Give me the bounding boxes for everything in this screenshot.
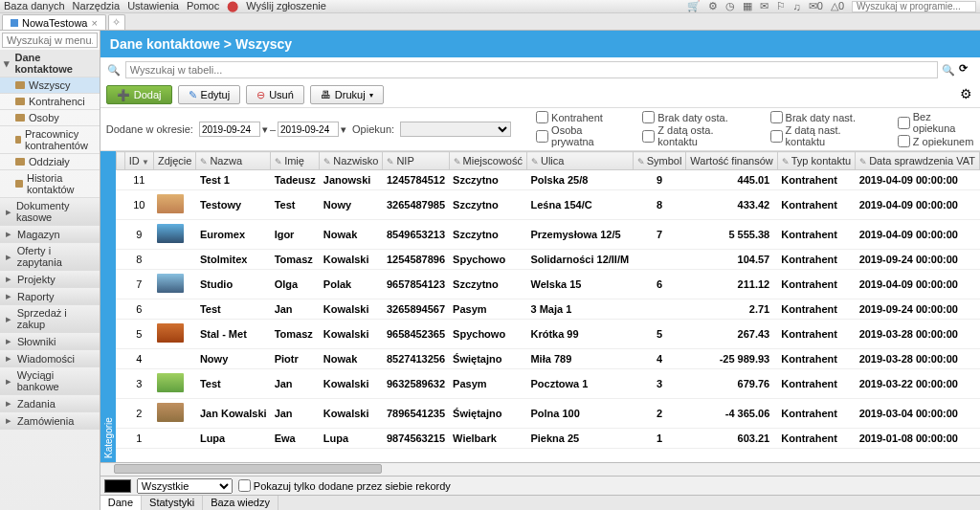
- filter-check-z-dat-osta-kontaktu[interactable]: Z datą osta. kontaktu: [642, 124, 752, 147]
- col-miejscowość[interactable]: ✎Miejscowość: [449, 152, 526, 170]
- col-data-sprawdzenia-vat[interactable]: ✎Data sprawdzenia VAT: [856, 152, 980, 170]
- table-row[interactable]: 11Test 1TadeuszJanowski1245784512Szczytn…: [116, 170, 979, 190]
- table-row[interactable]: 5Stal - MetTomaszKowalski9658452365Spych…: [116, 320, 979, 349]
- menu-baza[interactable]: Baza danych: [4, 0, 65, 12]
- flag-icon[interactable]: ⚐: [776, 0, 786, 12]
- gear-icon[interactable]: ⚙: [957, 85, 974, 102]
- col-blank[interactable]: [116, 152, 124, 170]
- menu-search-input[interactable]: [2, 33, 98, 48]
- plus-icon: ➕: [117, 89, 130, 101]
- table-row[interactable]: 9EuromexIgorNowak8549653213SzczytnoPrzem…: [116, 220, 979, 250]
- table-search-input[interactable]: [125, 61, 938, 78]
- sidebar-item-wszyscy[interactable]: Wszyscy: [0, 78, 100, 94]
- sidebar-item-historia-kontaktów[interactable]: Historia kontaktów: [0, 170, 100, 198]
- date-to-input[interactable]: [278, 122, 339, 137]
- table-row[interactable]: 3TestJanKowalski9632589632PasymPocztowa …: [116, 369, 979, 399]
- tab-statystyki[interactable]: Statystyki: [142, 496, 203, 510]
- filter-check-bez-opiekuna[interactable]: Bez opiekuna: [898, 111, 974, 134]
- sidebar-section-słowniki[interactable]: ▸Słowniki: [0, 333, 100, 350]
- sidebar-item-pracownicy-kontrahentów[interactable]: Pracownicy kontrahentów: [0, 126, 100, 154]
- inbox-badge[interactable]: ✉0: [809, 0, 823, 12]
- sidebar-section-sprzedaż-i-zakup[interactable]: ▸Sprzedaż i zakup: [0, 305, 100, 333]
- col-symbol[interactable]: ✎Symbol: [633, 152, 686, 170]
- table-row[interactable]: 8StolmitexTomaszKowalski1254587896Spycho…: [116, 250, 979, 270]
- table-row[interactable]: 4NowyPiotrNowak8527413256ŚwiętajnoMiła 7…: [116, 349, 979, 369]
- cart-icon[interactable]: 🛒: [687, 0, 701, 12]
- sidebar-item-kontrahenci[interactable]: Kontrahenci: [0, 94, 100, 110]
- filter-check-osoba-prywatna[interactable]: Osoba prywatna: [536, 124, 625, 147]
- table-row[interactable]: 2Jan KowalskiJanKowalski7896541235Święta…: [116, 399, 979, 429]
- print-button[interactable]: 🖶 Drukuj ▾: [310, 85, 384, 104]
- sidebar-item-oddziały[interactable]: Oddziały: [0, 154, 100, 170]
- close-icon[interactable]: ×: [91, 17, 97, 29]
- color-chip[interactable]: [104, 479, 131, 493]
- search-icon: 🔍: [106, 62, 122, 78]
- sidebar-section-wyciągi-bankowe[interactable]: ▸Wyciągi bankowe: [0, 367, 100, 395]
- sidebar-section-zamówienia[interactable]: ▸Zamówienia: [0, 412, 100, 430]
- filter-combo[interactable]: Wszystkie: [137, 478, 233, 494]
- col-wartość-finansów[interactable]: Wartość finansów: [686, 152, 777, 170]
- table-row[interactable]: 7StudioOlgaPolak9657854123SzczytnoWelska…: [116, 270, 979, 299]
- search-go-icon[interactable]: 🔍: [942, 64, 955, 77]
- horizontal-scrollbar[interactable]: [100, 462, 980, 476]
- sidebar-item-osoby[interactable]: Osoby: [0, 110, 100, 126]
- filter-check-brak-daty-osta-[interactable]: Brak daty osta.: [642, 111, 752, 123]
- table-row[interactable]: 6TestJanKowalski3265894567Pasym3 Maja 12…: [116, 299, 979, 320]
- sidebar-section-oferty-i-zapytania[interactable]: ▸Oferty i zapytania: [0, 243, 100, 271]
- delete-button[interactable]: ⊖ Usuń: [246, 85, 304, 104]
- kategorie-tab[interactable]: Kategorie: [100, 151, 116, 462]
- sidebar-section-zadania[interactable]: ▸Zadania: [0, 395, 100, 412]
- tab-baza-wiedzy[interactable]: Baza wiedzy: [203, 496, 278, 510]
- mail-icon[interactable]: ✉: [760, 0, 768, 12]
- chevron-down-icon: ▾: [369, 91, 373, 100]
- date-from-input[interactable]: [199, 122, 260, 137]
- col-zdjęcie[interactable]: Zdjęcie: [153, 152, 195, 170]
- edit-button[interactable]: ✎ Edytuj: [178, 85, 241, 104]
- alert-badge[interactable]: △0: [831, 0, 844, 12]
- filter-check-brak-daty-nast-[interactable]: Brak daty nast.: [770, 111, 880, 123]
- bell-icon[interactable]: ♫: [793, 1, 801, 12]
- folder-icon: [15, 158, 25, 166]
- chevron-right-icon: ▸: [6, 375, 13, 388]
- refresh-icon[interactable]: ⟳: [959, 62, 974, 78]
- menu-narzedzia[interactable]: Narzędzia: [73, 0, 121, 12]
- sidebar-group-dane[interactable]: ▾Dane kontaktowe: [0, 50, 100, 78]
- filter-check-z-opiekunem[interactable]: Z opiekunem: [898, 135, 974, 147]
- tab-new[interactable]: ✧: [108, 14, 125, 30]
- chevron-right-icon: ▸: [6, 290, 13, 302]
- menu-ustawienia[interactable]: Ustawienia: [127, 0, 179, 12]
- col-nazwisko[interactable]: ✎Nazwisko: [320, 152, 383, 170]
- sidebar-section-magazyn[interactable]: ▸Magazyn: [0, 226, 100, 243]
- calendar-icon[interactable]: ▦: [743, 0, 752, 12]
- filter-check-kontrahent[interactable]: Kontrahent: [536, 111, 625, 123]
- table-row[interactable]: 10TestowyTestNowy3265487985SzczytnoLeśna…: [116, 190, 979, 220]
- col-nip[interactable]: ✎NIP: [383, 152, 449, 170]
- sidebar-section-projekty[interactable]: ▸Projekty: [0, 271, 100, 288]
- tab-dane[interactable]: Dane: [100, 496, 142, 510]
- col-id[interactable]: ID ▼: [124, 152, 153, 170]
- chevron-right-icon: ▸: [6, 251, 13, 263]
- col-imię[interactable]: ✎Imię: [271, 152, 320, 170]
- col-ulica[interactable]: ✎Ulica: [526, 152, 633, 170]
- opiekun-select[interactable]: [400, 122, 511, 137]
- filter-check-z-dat-nast-kontaktu[interactable]: Z datą nast. kontaktu: [770, 124, 880, 147]
- sidebar-section-dokumenty-kasowe[interactable]: ▸Dokumenty kasowe: [0, 198, 100, 226]
- menu-pomoc[interactable]: Pomoc: [187, 0, 219, 12]
- global-search-input[interactable]: [852, 1, 976, 12]
- only-own-check[interactable]: Pokazuj tylko dodane przez siebie rekord…: [238, 479, 451, 492]
- tab-label: NowaTestowa: [22, 17, 87, 29]
- pencil-icon: ✎: [275, 157, 282, 166]
- tab-nowatestowa[interactable]: NowaTestowa ×: [2, 14, 106, 30]
- settings-icon[interactable]: ⚙: [708, 0, 718, 12]
- chevron-right-icon: ▸: [6, 414, 13, 427]
- sidebar-section-raporty[interactable]: ▸Raporty: [0, 288, 100, 305]
- table-row[interactable]: 1LupaEwaLupa9874563215WielbarkPiekna 251…: [116, 429, 979, 449]
- add-button[interactable]: ➕ Dodaj: [106, 85, 172, 104]
- menu-zgloszenie[interactable]: Wyślij zgłoszenie: [246, 0, 326, 12]
- sidebar-section-wiadomości[interactable]: ▸Wiadomości: [0, 350, 100, 367]
- clock-icon[interactable]: ◷: [725, 0, 735, 12]
- pencil-icon: ✎: [859, 157, 867, 166]
- col-typ-kontaktu[interactable]: ✎Typ kontaktu: [777, 152, 855, 170]
- col-nazwa[interactable]: ✎Nazwa: [196, 152, 271, 170]
- pencil-icon: ✎: [387, 157, 394, 166]
